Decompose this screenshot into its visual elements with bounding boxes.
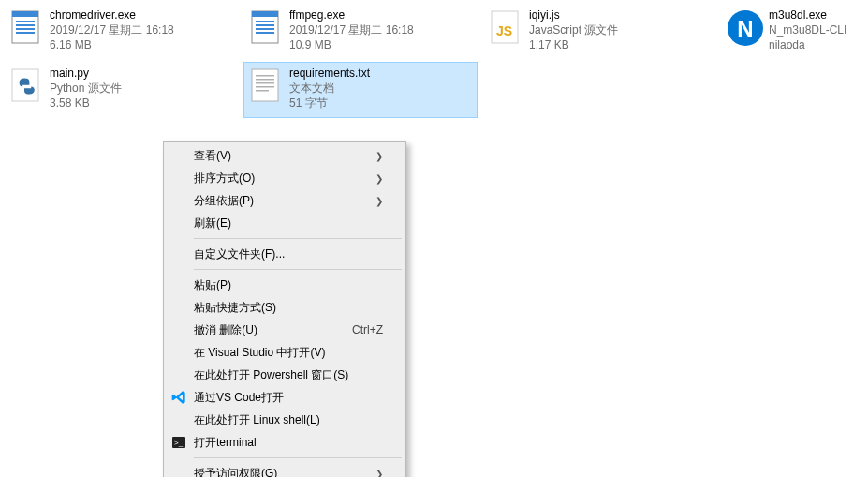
chevron-right-icon: ❯ bbox=[375, 151, 383, 161]
menu-separator bbox=[194, 269, 402, 270]
menu-label: 排序方式(O) bbox=[194, 171, 255, 186]
menu-give-access[interactable]: 授予访问权限(G)❯ bbox=[166, 462, 404, 477]
file-icon bbox=[246, 7, 286, 50]
file-item[interactable]: JSiqiyi.jsJavaScript 源文件1.17 KB bbox=[483, 4, 717, 60]
file-meta-2: 51 字节 bbox=[289, 96, 370, 111]
file-item[interactable]: Nm3u8dl.exeN_m3u8DL-CLInilaoda bbox=[723, 4, 868, 60]
svg-rect-9 bbox=[256, 24, 274, 26]
menu-separator bbox=[194, 238, 402, 239]
file-icon bbox=[7, 65, 46, 108]
file-text: m3u8dl.exeN_m3u8DL-CLInilaoda bbox=[769, 7, 846, 52]
menu-open-terminal[interactable]: >_ 打开terminal bbox=[166, 431, 404, 454]
menu-label: 粘贴(P) bbox=[194, 277, 231, 293]
svg-rect-19 bbox=[256, 79, 274, 81]
vscode-icon bbox=[171, 390, 186, 405]
chevron-right-icon: ❯ bbox=[375, 173, 383, 184]
file-meta-2: 3.58 KB bbox=[50, 96, 122, 111]
file-meta-1: JavaScript 源文件 bbox=[529, 22, 618, 37]
svg-rect-20 bbox=[256, 82, 274, 84]
file-icon: N bbox=[726, 7, 765, 50]
file-name: main.py bbox=[50, 66, 122, 81]
svg-rect-1 bbox=[12, 11, 38, 17]
file-item[interactable]: chromedriver.exe2019/12/17 星期二 16:186.16… bbox=[4, 4, 238, 60]
chevron-right-icon: ❯ bbox=[375, 469, 383, 478]
menu-label: 分组依据(P) bbox=[194, 193, 254, 209]
file-item[interactable]: main.pyPython 源文件3.58 KB bbox=[4, 62, 238, 118]
menu-open-vscode[interactable]: 通过VS Code打开 bbox=[166, 386, 404, 409]
file-name: ffmpeg.exe bbox=[289, 7, 414, 22]
file-meta-2: 1.17 KB bbox=[529, 37, 618, 52]
file-meta-1: 2019/12/17 星期二 16:18 bbox=[289, 22, 414, 37]
file-meta-1: Python 源文件 bbox=[50, 81, 122, 96]
svg-rect-5 bbox=[16, 32, 35, 34]
file-meta-1: 文本文档 bbox=[289, 81, 370, 96]
file-icon bbox=[246, 65, 286, 108]
svg-rect-17 bbox=[252, 69, 278, 101]
svg-rect-18 bbox=[256, 75, 274, 77]
file-name: requirements.txt bbox=[289, 66, 370, 81]
file-meta-2: 6.16 MB bbox=[50, 37, 174, 52]
shortcut-label: Ctrl+Z bbox=[352, 323, 383, 336]
menu-label: 在 Visual Studio 中打开(V) bbox=[194, 345, 326, 361]
svg-rect-8 bbox=[256, 21, 274, 22]
svg-rect-21 bbox=[256, 86, 274, 88]
file-grid: chromedriver.exe2019/12/17 星期二 16:186.16… bbox=[4, 4, 864, 118]
menu-label: 通过VS Code打开 bbox=[194, 390, 284, 406]
file-meta-1: 2019/12/17 星期二 16:18 bbox=[50, 22, 174, 37]
menu-open-visual-studio[interactable]: 在 Visual Studio 中打开(V) bbox=[166, 341, 404, 364]
svg-rect-10 bbox=[256, 28, 274, 30]
menu-label: 自定义文件夹(F)... bbox=[194, 246, 285, 262]
file-item[interactable]: requirements.txt文本文档51 字节 bbox=[243, 62, 478, 118]
svg-text:>_: >_ bbox=[174, 439, 184, 447]
file-icon: JS bbox=[486, 7, 525, 50]
menu-customize-folder[interactable]: 自定义文件夹(F)... bbox=[166, 243, 404, 265]
menu-separator bbox=[194, 457, 402, 458]
menu-paste-shortcut[interactable]: 粘贴快捷方式(S) bbox=[166, 296, 404, 319]
file-text: main.pyPython 源文件3.58 KB bbox=[50, 65, 122, 111]
menu-group[interactable]: 分组依据(P)❯ bbox=[166, 189, 404, 212]
file-meta-1: N_m3u8DL-CLI bbox=[769, 22, 846, 37]
file-text: ffmpeg.exe2019/12/17 星期二 16:1810.9 MB bbox=[289, 7, 414, 52]
svg-rect-16 bbox=[12, 69, 38, 101]
file-meta-2: 10.9 MB bbox=[289, 37, 414, 52]
svg-text:N: N bbox=[737, 16, 753, 41]
menu-open-powershell[interactable]: 在此处打开 Powershell 窗口(S) bbox=[166, 364, 404, 386]
menu-label: 刷新(E) bbox=[194, 216, 231, 231]
chevron-right-icon: ❯ bbox=[375, 196, 383, 206]
file-text: chromedriver.exe2019/12/17 星期二 16:186.16… bbox=[50, 7, 174, 52]
menu-refresh[interactable]: 刷新(E) bbox=[166, 212, 404, 234]
menu-undo-delete[interactable]: 撤消 删除(U)Ctrl+Z bbox=[166, 319, 404, 341]
svg-rect-3 bbox=[16, 24, 35, 26]
menu-label: 粘贴快捷方式(S) bbox=[194, 300, 276, 316]
svg-rect-2 bbox=[16, 21, 35, 22]
file-text: iqiyi.jsJavaScript 源文件1.17 KB bbox=[529, 7, 618, 52]
file-icon bbox=[7, 7, 46, 50]
menu-paste[interactable]: 粘贴(P) bbox=[166, 274, 404, 296]
svg-rect-22 bbox=[256, 90, 269, 92]
svg-rect-4 bbox=[16, 28, 35, 30]
file-text: requirements.txt文本文档51 字节 bbox=[289, 65, 370, 111]
menu-label: 撤消 删除(U) bbox=[194, 322, 257, 338]
menu-label: 授予访问权限(G) bbox=[194, 466, 277, 478]
context-menu: 查看(V)❯ 排序方式(O)❯ 分组依据(P)❯ 刷新(E) 自定义文件夹(F)… bbox=[163, 141, 406, 477]
menu-view[interactable]: 查看(V)❯ bbox=[166, 144, 404, 167]
file-name: m3u8dl.exe bbox=[769, 7, 846, 22]
menu-label: 查看(V) bbox=[194, 148, 231, 164]
svg-rect-7 bbox=[252, 11, 278, 17]
file-name: chromedriver.exe bbox=[50, 7, 174, 22]
file-meta-2: nilaoda bbox=[769, 37, 846, 52]
menu-label: 在此处打开 Powershell 窗口(S) bbox=[194, 367, 348, 383]
menu-open-linux-shell[interactable]: 在此处打开 Linux shell(L) bbox=[166, 409, 404, 431]
terminal-icon: >_ bbox=[171, 435, 186, 450]
menu-sort[interactable]: 排序方式(O)❯ bbox=[166, 167, 404, 189]
menu-label: 打开terminal bbox=[194, 435, 257, 451]
file-item[interactable]: ffmpeg.exe2019/12/17 星期二 16:1810.9 MB bbox=[243, 4, 478, 60]
svg-text:JS: JS bbox=[496, 23, 512, 38]
menu-label: 在此处打开 Linux shell(L) bbox=[194, 412, 320, 428]
svg-rect-11 bbox=[256, 32, 274, 34]
file-name: iqiyi.js bbox=[529, 7, 618, 22]
